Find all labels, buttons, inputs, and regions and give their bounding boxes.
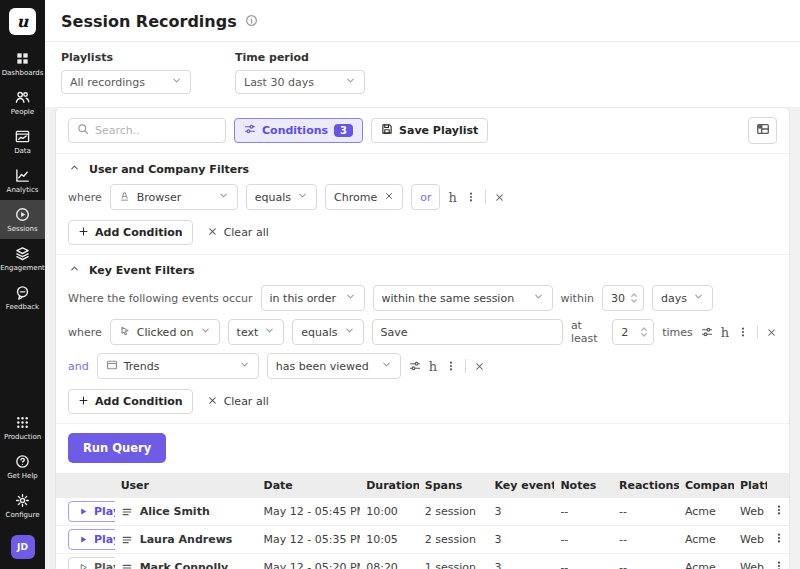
- group-icon[interactable]: h: [429, 360, 437, 373]
- playlists-value: All recordings: [70, 76, 145, 89]
- play-button[interactable]: Play: [68, 529, 115, 550]
- property-select[interactable]: text: [228, 319, 285, 345]
- or-connector-button[interactable]: or: [411, 184, 440, 210]
- scope-select[interactable]: within the same session: [373, 285, 553, 311]
- more-options-icon[interactable]: [445, 360, 457, 372]
- and-label: and: [68, 360, 89, 373]
- remove-condition-icon[interactable]: [766, 327, 777, 338]
- sidebar-item-production[interactable]: Production: [0, 408, 45, 447]
- user-avatar[interactable]: JD: [11, 535, 35, 559]
- order-select[interactable]: in this order: [261, 285, 365, 311]
- operator-select[interactable]: equals: [292, 319, 363, 345]
- cell-reactions: --: [613, 554, 679, 569]
- value-chip-box[interactable]: Chrome: [325, 184, 403, 210]
- remove-condition-icon[interactable]: [494, 192, 505, 203]
- clear-all-label: Clear all: [224, 226, 269, 239]
- chevron-up-icon: [69, 162, 80, 176]
- filter-sliders-icon[interactable]: [701, 326, 713, 338]
- col-menu: [767, 473, 789, 498]
- session-list-icon: [121, 506, 133, 518]
- play-button[interactable]: Play: [68, 501, 115, 522]
- sidebar-item-analytics[interactable]: Analytics: [0, 161, 45, 200]
- clear-all-button[interactable]: Clear all: [207, 395, 269, 409]
- divider: [485, 190, 486, 204]
- sidebar-item-feedback[interactable]: Feedback: [0, 278, 45, 317]
- divider: [465, 359, 466, 373]
- remove-condition-icon[interactable]: [474, 361, 485, 372]
- filter-sliders-icon[interactable]: [409, 360, 421, 372]
- sidebar-item-data[interactable]: Data: [0, 122, 45, 161]
- sidebar-item-people[interactable]: People: [0, 83, 45, 122]
- user-filters-title: User and Company Filters: [89, 163, 249, 176]
- conditions-label: Conditions: [262, 124, 328, 137]
- time-period-select[interactable]: Last 30 days: [235, 70, 365, 94]
- run-query-button[interactable]: Run Query: [68, 433, 166, 463]
- event-select[interactable]: Trends: [97, 353, 259, 379]
- add-condition-button[interactable]: Add Condition: [68, 220, 193, 245]
- cell-spans: 1 session: [419, 554, 489, 569]
- analytics-icon: [15, 168, 30, 183]
- stepper-arrows-icon[interactable]: [640, 325, 648, 339]
- cell-date: May 12 - 05:20 PM: [258, 554, 361, 569]
- info-icon[interactable]: [245, 14, 258, 30]
- sidebar-item-engagement[interactable]: Engagement: [0, 239, 45, 278]
- row-menu-icon[interactable]: [773, 532, 785, 544]
- more-options-icon[interactable]: [465, 191, 477, 203]
- unit-select[interactable]: days: [652, 285, 713, 311]
- add-condition-button[interactable]: Add Condition: [68, 389, 193, 414]
- feedback-icon: [15, 285, 30, 300]
- playlists-select[interactable]: All recordings: [61, 70, 191, 94]
- col-play: [56, 473, 115, 498]
- search-input[interactable]: [95, 124, 217, 137]
- app-logo[interactable]: u: [9, 8, 36, 35]
- save-icon: [381, 123, 393, 138]
- row-menu-icon[interactable]: [773, 560, 785, 569]
- conditions-button[interactable]: Conditions 3: [234, 118, 363, 143]
- plus-icon: [78, 395, 89, 409]
- event-filters-actions: Add Condition Clear all: [56, 383, 789, 424]
- table-layout-button[interactable]: [748, 117, 777, 144]
- chip-remove-icon[interactable]: [384, 191, 394, 204]
- col-notes: Notes: [554, 473, 613, 498]
- more-options-icon[interactable]: [737, 326, 749, 338]
- event-select[interactable]: Clicked on: [110, 319, 220, 345]
- event-filters-header[interactable]: Key Event Filters: [56, 255, 789, 281]
- sidebar-item-get-help[interactable]: Get Help: [0, 447, 45, 486]
- avatar-initials: JD: [17, 542, 28, 552]
- play-button[interactable]: Play: [68, 557, 115, 569]
- user-filters-header[interactable]: User and Company Filters: [56, 154, 789, 180]
- within-value-stepper: [602, 285, 644, 311]
- playlists-label: Playlists: [61, 51, 191, 64]
- table-header-row: User Date Duration Spans Key events Note…: [56, 473, 789, 498]
- event-condition-row-2: and Trends has been viewed h: [56, 349, 789, 383]
- sidebar-item-dashboards[interactable]: Dashboards: [0, 44, 45, 83]
- chevron-down-icon: [297, 190, 308, 204]
- chevron-down-icon: [171, 75, 182, 89]
- group-icon[interactable]: h: [721, 326, 729, 339]
- chevron-up-icon: [69, 263, 80, 277]
- time-period-filter: Time period Last 30 days: [235, 51, 365, 94]
- cell-user: Laura Andrews: [140, 533, 233, 546]
- count-input[interactable]: [621, 326, 635, 339]
- operator-select[interactable]: has been viewed: [267, 353, 401, 379]
- cell-company: Acme: [679, 554, 734, 569]
- occurrence-row: Where the following events occur in this…: [56, 281, 789, 315]
- field-select[interactable]: Browser: [110, 184, 238, 210]
- value-input[interactable]: [381, 326, 554, 339]
- operator-select[interactable]: equals: [246, 184, 317, 210]
- save-playlist-button[interactable]: Save Playlist: [371, 118, 488, 143]
- stepper-arrows-icon[interactable]: [630, 291, 638, 305]
- row-menu-icon[interactable]: [773, 504, 785, 516]
- within-value-input[interactable]: [611, 292, 625, 305]
- group-icon[interactable]: h: [448, 191, 456, 204]
- occurrence-intro-label: Where the following events occur: [68, 292, 253, 305]
- clear-all-label: Clear all: [224, 395, 269, 408]
- sidebar-item-sessions[interactable]: Sessions: [0, 200, 45, 239]
- sidebar-item-configure[interactable]: Configure: [0, 486, 45, 525]
- clear-all-button[interactable]: Clear all: [207, 226, 269, 240]
- col-user: User: [115, 473, 258, 498]
- at-least-label: at least: [571, 319, 604, 345]
- sessions-icon: [15, 207, 30, 222]
- col-platform: Platform: [734, 473, 767, 498]
- page-title: Session Recordings: [61, 12, 237, 31]
